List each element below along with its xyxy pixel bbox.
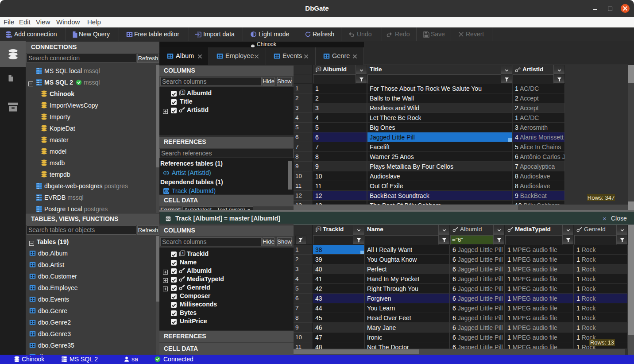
svg-text:1: 1 [318,227,320,231]
svg-text:1: 1 [318,67,320,71]
svg-text:1: 1 [182,90,184,94]
svg-text:1: 1 [182,251,184,255]
